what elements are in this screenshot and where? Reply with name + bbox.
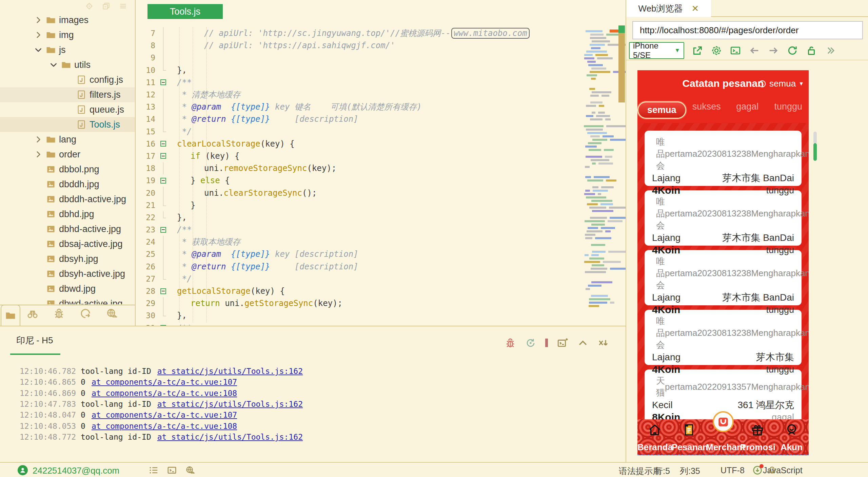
fold-range-line[interactable] <box>155 89 171 101</box>
preview-scrollbar-thumb[interactable] <box>813 143 817 161</box>
url-input[interactable]: http://localhost:8080/#/pages/order/orde… <box>632 21 863 39</box>
tree-item-dbsyh-active.jpg[interactable]: dbsyh-active.jpg <box>0 266 135 281</box>
publish-icon[interactable] <box>79 307 92 320</box>
account-email[interactable]: 2422514037@qq.com <box>33 465 119 476</box>
more-chevrons-icon[interactable] <box>825 45 836 56</box>
bell-icon[interactable] <box>767 465 777 475</box>
terminal-icon[interactable] <box>167 465 177 475</box>
fold-range-line[interactable] <box>155 39 171 52</box>
filter-dropdown[interactable]: semua ▼ <box>758 78 804 89</box>
log-source-link[interactable]: at components/a-tc/a-tc.vue:108 <box>92 389 237 398</box>
nav-item-merchant[interactable]: Merchant <box>706 419 740 455</box>
order-card[interactable]: 唯品会pertama20230813238MengharapkanLajang芽… <box>645 131 802 186</box>
tree-item-lang[interactable]: lang <box>0 132 135 147</box>
encoding-label[interactable]: UTF-8 <box>721 465 745 475</box>
fold-range-line[interactable] <box>155 113 171 125</box>
tree-item-Tools.js[interactable]: Tools.js <box>0 117 135 132</box>
app-tab-gagal[interactable]: gagal <box>727 97 768 119</box>
fold-range-end[interactable] <box>155 126 171 138</box>
tree-item-images[interactable]: images <box>0 13 135 27</box>
code-area[interactable]: 7// apiUrl: 'http://sc.jingyuwang.top/'/… <box>136 27 580 326</box>
fold-range-line[interactable] <box>155 248 171 260</box>
console-tab[interactable]: 印尼 - H5 <box>16 335 53 346</box>
app-tab-sukses[interactable]: sukses <box>686 97 727 119</box>
locate-icon[interactable] <box>85 2 94 11</box>
tree-item-config.js[interactable]: config.js <box>0 72 135 87</box>
tree-item-dbhd-active.jpg[interactable]: dbhd-active.jpg <box>0 222 135 236</box>
log-source-link[interactable]: at components/a-tc/a-tc.vue:107 <box>92 378 237 386</box>
sidebar-tab-files[interactable] <box>1 305 20 326</box>
outline-list-icon[interactable] <box>149 465 159 475</box>
tree-item-dbddh.jpg[interactable]: dbddh.jpg <box>0 177 135 192</box>
cursor-col[interactable]: 列:35 <box>680 465 700 477</box>
fold-range-end[interactable] <box>155 211 171 224</box>
avatar[interactable] <box>18 465 28 475</box>
log-source-link[interactable]: at components/a-tc/a-tc.vue:107 <box>92 411 237 419</box>
order-list[interactable]: 唯品会pertama20230813238MengharapkanLajang芽… <box>637 123 809 419</box>
tree-item-dbsyh.jpg[interactable]: dbsyh.jpg <box>0 251 135 266</box>
close-icon[interactable]: ✕ <box>692 3 699 14</box>
tree-item-dbsaj-active.jpg[interactable]: dbsaj-active.jpg <box>0 236 135 251</box>
web-icon[interactable] <box>185 465 195 475</box>
fold-range-line[interactable] <box>155 297 171 309</box>
browser-tab[interactable]: Web浏览器 ✕ <box>626 0 711 17</box>
cursor-line[interactable]: 行:5 <box>654 465 670 477</box>
app-tab-semua[interactable]: semua <box>637 97 686 119</box>
gear-icon[interactable] <box>711 45 722 56</box>
log-source-link[interactable]: at static/js/utils/Tools.js:162 <box>157 433 303 441</box>
editor-tab-tools-js[interactable]: Tools.js <box>147 4 223 19</box>
fold-range-line[interactable] <box>155 162 171 174</box>
bug-icon[interactable] <box>53 307 65 320</box>
app-tab-tunggu[interactable]: tunggu <box>768 97 809 119</box>
menu-icon[interactable] <box>119 2 127 11</box>
preview-scrollbar-track[interactable] <box>813 132 817 144</box>
log-source-link[interactable]: at static/js/utils/Tools.js:162 <box>157 367 303 376</box>
fold-range-line[interactable] <box>155 187 171 199</box>
fold-range-line[interactable] <box>155 27 171 39</box>
restart-icon[interactable] <box>525 337 536 349</box>
stop-icon[interactable] <box>545 340 548 346</box>
tree-item-dbddh-active.jpg[interactable]: dbddh-active.jpg <box>0 192 135 207</box>
minimap[interactable] <box>583 25 618 318</box>
editor-scrollbar-thumb[interactable] <box>618 33 625 102</box>
tree-item-dbwd-active.jpg[interactable]: dbwd-active.jpg <box>0 296 135 304</box>
clear-console-icon[interactable] <box>597 337 609 349</box>
open-external-icon[interactable] <box>692 45 703 56</box>
fold-range-line[interactable] <box>155 261 171 273</box>
order-card[interactable]: 唯品会pertama20230813238MengharapkanLajang芽… <box>645 250 802 305</box>
tree-item-dbbol.png[interactable]: dbbol.png <box>0 162 135 177</box>
refresh-icon[interactable] <box>787 45 798 56</box>
update-icon[interactable] <box>752 465 763 476</box>
fold-range-end[interactable] <box>155 199 171 211</box>
terminal-icon[interactable] <box>730 45 741 56</box>
debug-icon[interactable] <box>505 337 516 349</box>
device-select[interactable]: iPhone 5/SE ▼ <box>629 42 684 59</box>
tree-item-dbwd.jpg[interactable]: dbwd.jpg <box>0 281 135 296</box>
nav-item-promosi[interactable]: Promosi <box>740 419 774 455</box>
order-card[interactable]: 唯品会pertama20230813238MengharapkanLajang芽… <box>645 310 802 365</box>
log-source-link[interactable]: at static/js/utils/Tools.js:162 <box>157 400 303 408</box>
log-source-link[interactable]: at components/a-tc/a-tc.vue:108 <box>92 422 237 431</box>
new-terminal-icon[interactable] <box>557 337 568 349</box>
console-log[interactable]: 12:10:46.782 tool-lang id-IDat static/js… <box>20 366 596 442</box>
tree-item-utils[interactable]: utils <box>0 57 135 72</box>
back-icon[interactable] <box>749 45 760 56</box>
tree-item-img[interactable]: img <box>0 27 135 42</box>
fold-range-end[interactable] <box>155 309 171 322</box>
fold-range-line[interactable] <box>155 52 171 64</box>
web-icon[interactable] <box>106 307 118 320</box>
nav-item-beranda[interactable]: Beranda <box>637 419 672 455</box>
collapse-panel-icon[interactable] <box>577 337 589 349</box>
fold-range-end[interactable] <box>155 64 171 76</box>
fold-range-end[interactable] <box>155 273 171 285</box>
binoculars-icon[interactable] <box>26 307 39 320</box>
fold-range-line[interactable] <box>155 101 171 113</box>
nav-item-pesanan[interactable]: Pesanan <box>672 419 706 455</box>
collapse-icon[interactable] <box>102 2 111 11</box>
fold-range-line[interactable] <box>155 236 171 248</box>
forward-icon[interactable] <box>768 45 779 56</box>
tree-item-dbhd.jpg[interactable]: dbhd.jpg <box>0 207 135 222</box>
tree-item-js[interactable]: js <box>0 42 135 57</box>
unlock-icon[interactable] <box>806 45 817 56</box>
tree-item-order[interactable]: order <box>0 147 135 162</box>
